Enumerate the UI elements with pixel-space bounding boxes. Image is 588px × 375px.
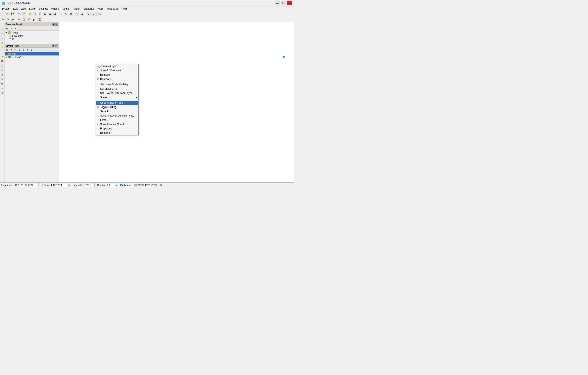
epsg-label[interactable]: EPSG:4326 (OTF) xyxy=(137,184,157,186)
lt-snapping[interactable]: 🧲 xyxy=(0,59,4,63)
render-checkbox[interactable] xyxy=(120,184,123,186)
ctx-rename[interactable]: Rename xyxy=(96,131,138,135)
open-project-btn[interactable]: 📂 xyxy=(5,12,10,16)
lt-node[interactable]: ◈ xyxy=(0,54,4,59)
delete-btn[interactable]: 🗑 xyxy=(31,17,36,22)
copy-btn[interactable]: 📋 xyxy=(21,17,26,22)
ctx-set-project-crs[interactable]: Set Project CRS from Layer xyxy=(96,91,138,95)
menu-processing[interactable]: Processing xyxy=(105,7,120,11)
paste-btn[interactable]: 📌 xyxy=(26,17,31,22)
add-vector-btn[interactable]: V xyxy=(86,12,91,16)
scale-input[interactable] xyxy=(50,183,67,187)
minimize-button[interactable]: — xyxy=(275,1,280,5)
ctx-filter[interactable]: Filter... xyxy=(96,118,138,122)
layers-control-btn[interactable]: ⚙ xyxy=(21,48,25,52)
ctx-open-attribute-table[interactable]: ≡ Open Attribute Table xyxy=(96,101,138,105)
menu-vector[interactable]: Vector xyxy=(61,7,71,11)
pan-btn[interactable]: ✋ xyxy=(28,12,32,16)
ctx-properties[interactable]: Properties xyxy=(96,127,138,131)
layers-float-btn[interactable]: ◧ xyxy=(52,44,55,47)
identify-btn[interactable]: ℹ xyxy=(59,12,63,16)
lt-identify[interactable]: ℹ xyxy=(0,36,4,41)
browser-tree-c-drive[interactable]: 💾 C:/ xyxy=(6,37,58,41)
menu-plugins[interactable]: Plugins xyxy=(50,7,61,11)
zoom-layer-btn[interactable]: ⊞ xyxy=(48,12,52,16)
browser-add-btn[interactable]: + xyxy=(17,26,21,30)
new-project-btn[interactable]: 📄 xyxy=(0,12,5,16)
zoom-out-btn[interactable]: 🔎 xyxy=(38,12,42,16)
measure-btn[interactable]: 📏 xyxy=(75,12,80,16)
menu-database[interactable]: Database xyxy=(82,7,96,11)
lt-select[interactable]: □ xyxy=(0,41,4,45)
zoom-selection-btn[interactable]: ⊟ xyxy=(52,12,57,16)
digitize-btn[interactable]: ⬡ xyxy=(5,17,10,22)
layers-collapse-btn[interactable]: ▲ xyxy=(30,48,33,52)
lt-routing[interactable]: 🛣 xyxy=(0,82,4,86)
menu-project[interactable]: Project xyxy=(1,7,11,11)
browser-float-btn[interactable]: ◧ xyxy=(52,23,55,26)
save-project-btn[interactable]: 💾 xyxy=(10,12,15,16)
zoom-in-btn[interactable]: 🔍 xyxy=(33,12,37,16)
menu-layer[interactable]: Layer xyxy=(28,7,37,11)
layer-item-test[interactable]: ✕ test xyxy=(5,52,59,55)
ctx-remove[interactable]: Remove xyxy=(96,73,138,77)
node-tool-btn[interactable]: ◈ xyxy=(10,17,15,22)
ctx-duplicate[interactable]: □ Duplicate xyxy=(96,77,138,81)
python-btn[interactable]: 🐍 xyxy=(97,12,102,16)
lt-python[interactable]: 🐍 xyxy=(0,77,4,81)
add-raster-btn[interactable]: R xyxy=(91,12,96,16)
layer-item-position3[interactable]: ✕ position3 xyxy=(5,55,59,59)
maximize-button[interactable]: ❐ xyxy=(281,1,286,5)
close-button[interactable]: ✕ xyxy=(287,1,292,5)
menu-web[interactable]: Web xyxy=(96,7,104,11)
menu-settings[interactable]: Settings xyxy=(37,7,49,11)
select-btn[interactable]: ↖ xyxy=(64,12,68,16)
ctx-show-feature-count[interactable]: □ Show Feature Count xyxy=(96,122,138,127)
lt-pan[interactable]: ✋ xyxy=(0,27,4,32)
ctx-show-in-overview[interactable]: □ Show in Overview xyxy=(96,68,138,73)
edit-btn[interactable]: ✏ xyxy=(0,17,5,22)
magnifier-input[interactable] xyxy=(84,183,94,187)
lt-pointer[interactable]: ↖ xyxy=(0,23,4,27)
layers-open-btn[interactable]: 📂 xyxy=(13,48,17,52)
ctx-zoom-to-layer[interactable]: 🔍 Zoom to Layer xyxy=(96,64,138,68)
lt-measure[interactable]: 📏 xyxy=(0,45,4,50)
layers-filter-btn[interactable]: ⊿ xyxy=(17,48,21,52)
menu-raster[interactable]: Raster xyxy=(72,7,82,11)
ctx-set-layer-crs[interactable]: Set Layer CRS xyxy=(96,87,138,91)
lt-gps[interactable]: 📡 xyxy=(0,68,4,72)
menu-edit[interactable]: Edit xyxy=(12,7,19,11)
lock-icon[interactable]: 🔒 xyxy=(68,184,71,186)
lt-search[interactable]: 🔎 xyxy=(0,64,4,68)
lt-print[interactable]: 🖨 xyxy=(0,73,4,77)
lt-zoom[interactable]: 🔍 xyxy=(0,32,4,36)
layers-remove-btn[interactable]: ✕ xyxy=(9,48,13,52)
lt-digitize[interactable]: ✏ xyxy=(0,50,4,54)
undo-btn[interactable]: ↩ xyxy=(17,12,21,16)
ctx-set-layer-scale[interactable]: Set Layer Scale Visibility xyxy=(96,82,138,87)
ctx-save-as-def[interactable]: Save As Layer Definition File... xyxy=(96,114,138,118)
ctx-save-as[interactable]: Save As... xyxy=(96,109,138,114)
lt-spatial[interactable]: 📊 xyxy=(0,86,4,90)
lt-help[interactable]: ❓ xyxy=(0,91,4,95)
cut-btn[interactable]: ✂ xyxy=(17,17,21,22)
browser-filter-btn[interactable]: ⊿ xyxy=(9,26,13,30)
deselect-btn[interactable]: ⊘ xyxy=(69,12,73,16)
snap-btn[interactable]: 🧲 xyxy=(38,17,42,22)
layers-close-btn[interactable]: ✕ xyxy=(55,44,58,47)
zoom-full-btn[interactable]: ⊡ xyxy=(42,12,47,16)
ctx-toggle-editing[interactable]: ✏ Toggle Editing xyxy=(96,105,138,109)
layers-expand-btn[interactable]: ▼ xyxy=(26,48,30,52)
print-btn[interactable]: 🖨 xyxy=(80,12,84,16)
redo-btn[interactable]: ↪ xyxy=(21,12,26,16)
menu-help[interactable]: Help xyxy=(120,7,128,11)
layers-add-group-btn[interactable]: ⊞ xyxy=(5,48,9,52)
browser-collapse-btn[interactable]: ▲ xyxy=(13,26,17,30)
browser-refresh-btn[interactable]: ↺ xyxy=(5,26,9,30)
rotation-input[interactable] xyxy=(107,183,115,187)
coordinate-input[interactable] xyxy=(13,183,39,187)
ctx-styles[interactable]: Styles xyxy=(96,95,138,100)
browser-close-btn[interactable]: ✕ xyxy=(55,23,58,26)
browser-tree-favourites[interactable]: ⭐ Favourites xyxy=(6,34,58,37)
browser-tree-home[interactable]: ▶ 🏠 Home xyxy=(6,31,58,34)
